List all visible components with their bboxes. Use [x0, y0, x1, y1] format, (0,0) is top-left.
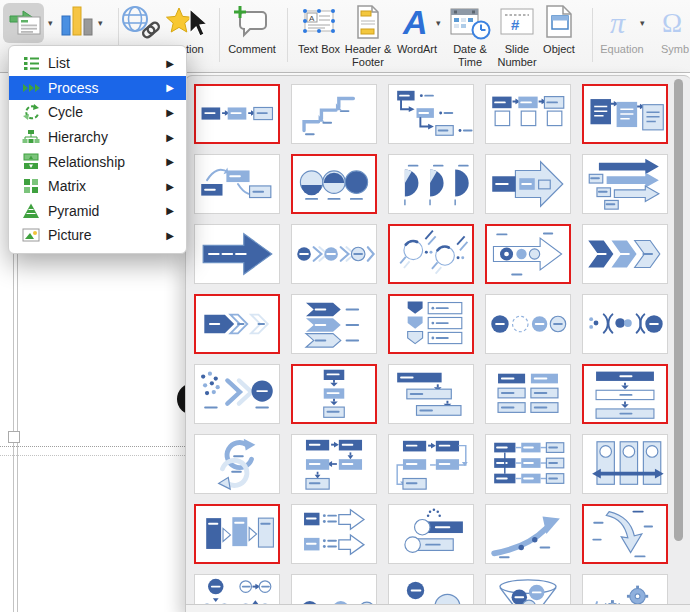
gallery-scrollbar-thumb[interactable] — [674, 79, 683, 541]
submenu-arrow-icon: ▶ — [166, 181, 174, 192]
placeholder-resize-handle[interactable] — [8, 431, 20, 443]
gallery-item-continuous-arrow-process[interactable] — [194, 224, 280, 284]
symbol-button[interactable]: ΩSymb — [650, 0, 690, 70]
gallery-item-process-grid[interactable] — [485, 364, 571, 424]
smartart-process-gallery — [185, 75, 690, 612]
gallery-item-alternating-flow[interactable] — [194, 154, 280, 214]
gallery-item-segmented-shapes-process[interactable] — [194, 504, 280, 564]
gallery-item-ascending-bar-process[interactable] — [388, 504, 474, 564]
menu-item-pyramid[interactable]: Pyramid▶ — [9, 199, 186, 224]
staggered-process-thumbnail-icon — [389, 365, 473, 423]
gallery-item-stacked-arrows-process[interactable] — [582, 154, 668, 214]
hierarchy-icon — [22, 128, 40, 146]
gallery-item-picture-accent-process[interactable] — [485, 84, 571, 144]
toolbar-divider — [219, 8, 220, 62]
relationship-icon — [22, 153, 40, 171]
gallery-item-vertical-bar-process[interactable] — [582, 364, 668, 424]
toolbar-divider — [592, 8, 593, 62]
menu-item-label: Relationship — [48, 154, 166, 170]
gallery-item-chevron-process[interactable] — [582, 224, 668, 284]
vertical-chevron-list-thumbnail-icon — [390, 296, 472, 352]
menu-item-picture[interactable]: Picture▶ — [9, 223, 186, 248]
svg-text:π: π — [610, 6, 626, 39]
gallery-item-closed-chevron-process[interactable] — [194, 294, 280, 354]
gallery-item-vertical-process[interactable] — [291, 364, 377, 424]
gallery-item-converging-dots-process[interactable] — [194, 364, 280, 424]
menu-item-label: Matrix — [48, 178, 166, 194]
menu-item-hierarchy[interactable]: Hierarchy▶ — [9, 125, 186, 150]
object-button[interactable]: Object — [536, 0, 582, 70]
submenu-arrow-icon: ▶ — [166, 82, 174, 93]
text-box-icon: A — [299, 5, 339, 39]
menu-item-cycle[interactable]: Cycle▶ — [9, 100, 186, 125]
gallery-item-descending-curved-arrow-process[interactable] — [582, 504, 668, 564]
pyramid-icon — [22, 202, 40, 220]
gallery-bottom-edge — [186, 604, 690, 612]
menu-item-label: Pyramid — [48, 203, 166, 219]
header-footer-label: Header & Footer — [338, 43, 398, 68]
basic-process-thumbnail-icon — [196, 86, 278, 142]
wordart-button[interactable]: A▾WordArt — [390, 0, 444, 70]
gallery-item-box-list-arrow-process[interactable] — [291, 504, 377, 564]
svg-text:A: A — [402, 4, 428, 40]
dropdown-caret-icon[interactable]: ▾ — [640, 18, 645, 28]
process-grid-thumbnail-icon — [486, 365, 570, 423]
gallery-item-staggered-process[interactable] — [388, 364, 474, 424]
smartart-icon — [8, 6, 46, 40]
descending-curved-arrow-process-thumbnail-icon — [584, 506, 666, 562]
slide-guide-line — [0, 455, 185, 456]
gallery-item-list-block-process[interactable] — [582, 84, 668, 144]
menu-item-label: Hierarchy — [48, 129, 166, 145]
gallery-item-bending-process[interactable] — [291, 434, 377, 494]
header-footer-button[interactable]: Header & Footer — [338, 0, 398, 70]
gallery-item-repeating-bending-process[interactable] — [388, 434, 474, 494]
svg-text:A: A — [309, 14, 315, 23]
equation-pi-icon: π — [604, 4, 640, 40]
gallery-item-linked-circles-process[interactable] — [485, 294, 571, 354]
action-label: tion — [186, 43, 204, 56]
gallery-item-loop-process[interactable] — [194, 434, 280, 494]
submenu-arrow-icon: ▶ — [166, 205, 174, 216]
gallery-item-step-up-process[interactable] — [291, 84, 377, 144]
gallery-item-chevron-list[interactable] — [291, 294, 377, 354]
gallery-item-diagonal-circles-process[interactable] — [388, 224, 474, 284]
gallery-item-vertical-chevron-list[interactable] — [388, 294, 474, 354]
menu-item-list[interactable]: List▶ — [9, 51, 186, 76]
gallery-item-upward-curved-arrow-process[interactable] — [485, 504, 571, 564]
process-icon — [22, 79, 40, 97]
gallery-item-circle-chevron-process[interactable] — [291, 224, 377, 284]
text-box-label: Text Box — [297, 43, 341, 56]
gallery-item-half-circle-process[interactable] — [388, 154, 474, 214]
hyperlink-globe-icon — [120, 5, 166, 41]
dropdown-caret-icon[interactable]: ▾ — [436, 18, 441, 28]
gallery-item-interlock-circles-process[interactable] — [582, 294, 668, 354]
circle-accent-arrow-process-thumbnail-icon — [487, 226, 569, 282]
comment-bubble-icon — [232, 4, 272, 40]
comment-button[interactable]: Comment — [222, 0, 282, 70]
menu-item-matrix[interactable]: Matrix▶ — [9, 174, 186, 199]
dropdown-caret-icon[interactable]: ▾ — [48, 18, 53, 28]
step-down-process-thumbnail-icon — [389, 85, 473, 143]
dropdown-caret-icon[interactable]: ▾ — [98, 18, 103, 28]
menu-item-process[interactable]: Process▶ — [9, 76, 186, 101]
gallery-item-step-down-process[interactable] — [388, 84, 474, 144]
picture-accent-process-thumbnail-icon — [486, 85, 570, 143]
text-box-button[interactable]: AText Box — [297, 0, 341, 70]
gallery-item-box-arrow-process[interactable] — [485, 154, 571, 214]
menu-item-relationship[interactable]: Relationship▶ — [9, 149, 186, 174]
circle-fill-process-thumbnail-icon — [293, 156, 375, 212]
gallery-item-circle-accent-arrow-process[interactable] — [485, 224, 571, 284]
ascending-bar-process-thumbnail-icon — [389, 505, 473, 563]
svg-text:#: # — [511, 16, 520, 33]
slide-guide-line — [0, 446, 185, 447]
gallery-item-circle-fill-process[interactable] — [291, 154, 377, 214]
equation-button[interactable]: π▾Equation — [596, 0, 648, 70]
gallery-item-panel-arrow-process[interactable] — [582, 434, 668, 494]
gallery-item-connected-block-process[interactable] — [485, 434, 571, 494]
bending-process-thumbnail-icon — [292, 435, 376, 493]
menu-item-label: Process — [48, 80, 166, 96]
slide-number-button[interactable]: #Slide Number — [492, 0, 542, 70]
diagonal-circles-process-thumbnail-icon — [390, 226, 472, 282]
gallery-item-basic-process[interactable] — [194, 84, 280, 144]
date-time-button[interactable]: Date & Time — [444, 0, 496, 70]
